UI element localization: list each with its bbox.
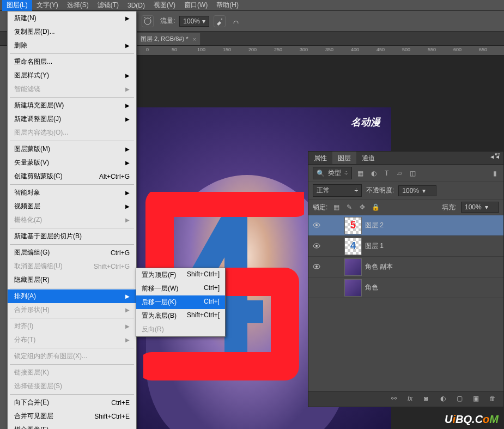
menu-item[interactable]: 排列(A)▶ [8, 289, 136, 303]
menu-item: 分布(T)▶ [8, 333, 136, 347]
menu-item[interactable]: 图层蒙版(M)▶ [8, 142, 136, 156]
layer-row[interactable]: 4图层 1 [308, 236, 503, 257]
menu-item[interactable]: 智能对象▶ [8, 186, 136, 200]
tab-channels[interactable]: 通道 [356, 152, 380, 164]
menu-item[interactable]: 合并可见图层Shift+Ctrl+E [8, 409, 136, 423]
layer-thumbnail [344, 279, 362, 297]
layer-row[interactable]: 角色 [308, 277, 503, 298]
opacity-label: 不透明度: [366, 186, 394, 195]
layer-thumbnail: 4 [344, 238, 362, 255]
layer-row[interactable]: 角色 副本 [308, 257, 503, 277]
menu-item[interactable]: 图层样式(Y)▶ [8, 69, 136, 82]
menu-layer[interactable]: 图层(L) [2, 0, 32, 11]
visibility-toggle[interactable] [308, 222, 325, 229]
fill-input[interactable]: 100%▾ [461, 202, 499, 213]
delete-layer-icon[interactable]: 🗑 [489, 395, 498, 403]
menu-item[interactable]: 向下合并(E)Ctrl+E [8, 396, 136, 409]
filter-toggle[interactable]: ▮ [490, 169, 499, 178]
menu-3d[interactable]: 3D(D) [123, 1, 149, 10]
menubar: 图层(L) 文字(Y) 选择(S) 滤镜(T) 3D(D) 视图(V) 窗口(W… [0, 0, 504, 11]
pressure-icon[interactable] [230, 15, 242, 27]
submenu-item[interactable]: 置为顶层(F)Shift+Ctrl+] [136, 268, 225, 282]
layers-panel-footer: ⚯ fx ◙ ◐ ▢ ▣ 🗑 [308, 391, 503, 407]
menu-item: 图层内容选项(O)... [8, 126, 136, 140]
layer-filter-row: 🔍类型÷ ▦ ◐ T ▱ ◫ ▮ [308, 165, 503, 182]
menu-item[interactable]: 新建填充图层(W)▶ [8, 99, 136, 112]
panel-collapse-icon[interactable]: ◄◄ [489, 154, 500, 160]
menu-filter[interactable]: 滤镜(T) [93, 0, 123, 11]
visibility-toggle[interactable] [308, 263, 325, 271]
site-watermark: UiBQ.CoM [445, 413, 499, 426]
menu-item[interactable]: 矢量蒙版(V)▶ [8, 156, 136, 170]
menu-help[interactable]: 帮助(H) [212, 0, 243, 11]
menu-item: 对齐(I)▶ [8, 319, 136, 333]
menu-item[interactable]: 隐藏图层(R) [8, 273, 136, 287]
menu-select[interactable]: 选择(S) [63, 0, 93, 11]
menu-item[interactable]: 视频图层▶ [8, 200, 136, 213]
filter-type-icon[interactable]: T [382, 169, 391, 178]
layer-thumbnail [344, 258, 362, 276]
layer-list: 5图层 24图层 1角色 副本角色 [308, 215, 503, 298]
layer-name: 角色 [365, 283, 378, 292]
svg-point-0 [144, 18, 151, 25]
svg-point-7 [315, 265, 318, 268]
layers-panel: ◄◄ 属性 图层 通道 ▾≡ 🔍类型÷ ▦ ◐ T ▱ ◫ ▮ 正常÷ 不透明度… [308, 151, 504, 407]
menu-item[interactable]: 创建剪贴蒙版(C)Alt+Ctrl+G [8, 170, 136, 183]
menu-view[interactable]: 视图(V) [149, 0, 180, 11]
document-title: 图层 2, RGB/8#) * [141, 35, 188, 43]
svg-point-5 [315, 245, 318, 247]
new-group-icon[interactable]: ▢ [457, 395, 465, 403]
menu-item: 合并形状(H)▶ [8, 303, 136, 317]
layer-thumbnail: 5 [344, 217, 362, 234]
filter-kind-select[interactable]: 🔍类型÷ [313, 167, 352, 179]
new-fill-adjust-icon[interactable]: ◐ [440, 395, 449, 403]
filter-adjust-icon[interactable]: ◐ [369, 169, 378, 178]
visibility-toggle[interactable] [308, 243, 325, 250]
menu-item[interactable]: 新建(N)▶ [8, 11, 136, 25]
lock-all-icon[interactable]: 🔒 [371, 203, 380, 212]
filter-shape-icon[interactable]: ▱ [396, 169, 404, 178]
opacity-input[interactable]: 100%▾ [398, 185, 436, 196]
menu-item: 栅格化(Z)▶ [8, 213, 136, 227]
menu-item[interactable]: 重命名图层... [8, 55, 136, 69]
menu-item: 取消图层编组(U)Shift+Ctrl+G [8, 259, 136, 273]
menu-text[interactable]: 文字(Y) [32, 0, 63, 11]
filter-smart-icon[interactable]: ◫ [409, 169, 417, 178]
layer-mask-icon[interactable]: ◙ [424, 395, 433, 403]
menu-item[interactable]: 删除▶ [8, 39, 136, 52]
filter-pixel-icon[interactable]: ▦ [356, 169, 365, 178]
layer-name: 角色 副本 [365, 262, 393, 271]
document-tab[interactable]: 图层 2, RGB/8#) * × [136, 33, 201, 45]
fill-label: 填充: [442, 203, 457, 212]
blend-row: 正常÷ 不透明度: 100%▾ [308, 182, 503, 200]
submenu-item[interactable]: 置为底层(B)Shift+Ctrl+[ [136, 309, 225, 323]
submenu-item[interactable]: 后移一层(K)Ctrl+[ [136, 295, 225, 309]
brush-settings-icon[interactable] [142, 15, 154, 27]
submenu-item[interactable]: 前移一层(W)Ctrl+] [136, 282, 225, 295]
arrange-submenu: 置为顶层(F)Shift+Ctrl+]前移一层(W)Ctrl+]后移一层(K)C… [136, 268, 226, 337]
lock-transparent-icon[interactable]: ▦ [332, 203, 341, 212]
tab-layers[interactable]: 图层 [332, 152, 356, 164]
menu-item: 锁定组内的所有图层(X)... [8, 349, 136, 363]
airbrush-icon[interactable] [214, 15, 226, 27]
menu-item[interactable]: 新建调整图层(J)▶ [8, 112, 136, 126]
menu-item[interactable]: 新建基于图层的切片(B) [8, 229, 136, 243]
menu-item: 智能滤镜▶ [8, 82, 136, 96]
tab-properties[interactable]: 属性 [308, 152, 332, 164]
menu-window[interactable]: 窗口(W) [180, 0, 212, 11]
menu-item[interactable]: 复制图层(D)... [8, 25, 136, 39]
layer-fx-icon[interactable]: fx [408, 395, 416, 403]
lock-label: 锁定: [313, 203, 327, 212]
menu-item[interactable]: 图层编组(G)Ctrl+G [8, 246, 136, 259]
flow-input[interactable]: 100%▾ [179, 16, 209, 27]
blend-mode-select[interactable]: 正常÷ [313, 184, 362, 197]
new-layer-icon[interactable]: ▣ [473, 395, 482, 403]
layer-row[interactable]: 5图层 2 [308, 215, 503, 236]
lock-position-icon[interactable]: ✥ [358, 203, 367, 212]
menu-item[interactable]: 拼合图像(F) [8, 423, 136, 429]
lock-pixels-icon[interactable]: ✎ [345, 203, 354, 212]
flow-label: 流量: [160, 16, 175, 26]
close-icon[interactable]: × [192, 36, 196, 43]
link-layers-icon[interactable]: ⚯ [391, 395, 400, 403]
panel-tabs: 属性 图层 通道 ▾≡ [308, 152, 503, 165]
